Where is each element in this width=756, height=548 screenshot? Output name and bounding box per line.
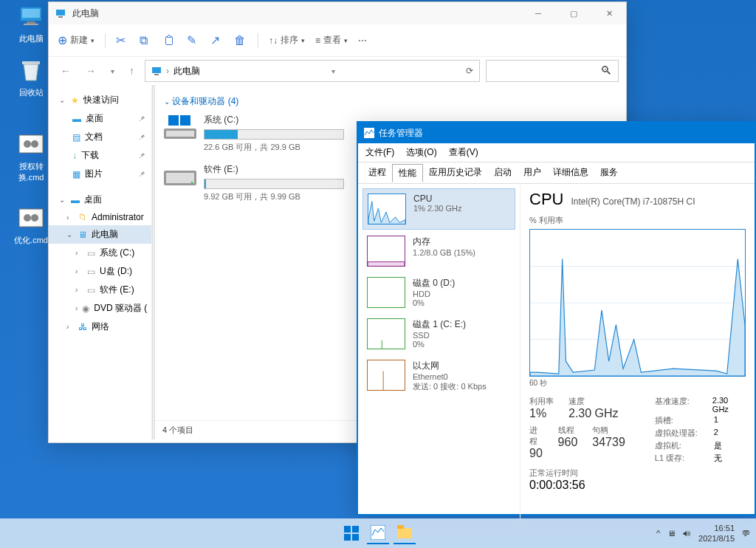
minimize-button[interactable]: ─ bbox=[527, 9, 549, 18]
system-tray: ^ 🖥︎ 🔊︎ 16:512021/8/15 💬︎ bbox=[656, 523, 750, 544]
more-button[interactable]: ⋯ bbox=[358, 35, 367, 46]
nav-up[interactable]: ↑ bbox=[125, 62, 139, 80]
share-icon[interactable]: ↗ bbox=[210, 33, 224, 47]
perf-card-disk0[interactable]: 磁盘 0 (D:)HDD0% bbox=[362, 273, 515, 312]
tab-startup[interactable]: 启动 bbox=[488, 164, 518, 182]
taskbar: ^ 🖥︎ 🔊︎ 16:512021/8/15 💬︎ bbox=[0, 518, 756, 548]
nav-fwd[interactable]: → bbox=[81, 62, 100, 80]
svg-point-21 bbox=[191, 182, 193, 184]
svg-rect-28 bbox=[344, 526, 351, 532]
tray-clock[interactable]: 16:512021/8/15 bbox=[698, 523, 735, 544]
cut-icon[interactable]: ✂ bbox=[116, 33, 129, 47]
sidebar-pictures[interactable]: ▦图片📌︎ bbox=[49, 165, 151, 183]
tray-up-icon[interactable]: ^ bbox=[656, 529, 660, 538]
rename-icon[interactable]: ✎ bbox=[187, 33, 200, 47]
sidebar-softdrive[interactable]: ›▭软件 (E:) bbox=[49, 281, 151, 299]
cpu-chart bbox=[529, 229, 746, 377]
refresh-icon[interactable]: ⟳ bbox=[466, 66, 473, 76]
taskbar-explorer[interactable] bbox=[394, 522, 416, 544]
svg-rect-4 bbox=[22, 61, 40, 64]
sidebar-admin[interactable]: ›📁︎Administrator bbox=[49, 209, 151, 225]
tab-processes[interactable]: 进程 bbox=[362, 164, 392, 182]
svg-point-10 bbox=[31, 214, 38, 222]
copy-icon[interactable]: ⧉ bbox=[140, 34, 153, 47]
tab-performance[interactable]: 性能 bbox=[392, 164, 423, 182]
search-input[interactable]: 🔍︎ bbox=[486, 60, 619, 82]
paste-icon[interactable]: 📋︎ bbox=[163, 34, 176, 47]
sidebar-dvd[interactable]: ›◉DVD 驱动器 ( bbox=[49, 299, 151, 318]
tab-history[interactable]: 应用历史记录 bbox=[423, 164, 488, 182]
start-button[interactable] bbox=[340, 522, 362, 544]
taskmgr-tabs: 进程 性能 应用历史记录 启动 用户 详细信息 服务 bbox=[358, 162, 755, 184]
tray-volume-icon[interactable]: 🔊︎ bbox=[683, 529, 691, 538]
svg-rect-2 bbox=[27, 21, 35, 24]
maximize-button[interactable]: ▢ bbox=[563, 9, 585, 18]
svg-rect-14 bbox=[154, 74, 159, 75]
explorer-titlebar[interactable]: 此电脑 ─ ▢ ✕ bbox=[49, 2, 626, 24]
svg-point-6 bbox=[24, 140, 31, 148]
taskmgr-menu: 文件(F) 选项(O) 查看(V) bbox=[358, 143, 755, 162]
taskmgr-window: 任务管理器 文件(F) 选项(O) 查看(V) 进程 性能 应用历史记录 启动 … bbox=[357, 121, 756, 516]
tray-notif-icon[interactable]: 💬︎ bbox=[742, 529, 750, 538]
sidebar-desktop2[interactable]: ⌄▬桌面 bbox=[49, 191, 151, 209]
taskmgr-sidebar: CPU1% 2.30 GHz 内存1.2/8.0 GB (15%) 磁盘 0 (… bbox=[358, 184, 520, 524]
taskbar-taskmgr[interactable] bbox=[367, 522, 389, 544]
sidebar-downloads[interactable]: ↓下载📌︎ bbox=[49, 146, 151, 165]
svg-rect-3 bbox=[24, 24, 38, 25]
search-icon: 🔍︎ bbox=[600, 64, 612, 78]
svg-rect-31 bbox=[352, 534, 359, 541]
perf-card-mem[interactable]: 内存1.2/8.0 GB (15%) bbox=[362, 231, 515, 271]
taskmgr-titlebar[interactable]: 任务管理器 bbox=[358, 123, 755, 143]
perf-card-cpu[interactable]: CPU1% 2.30 GHz bbox=[362, 188, 515, 230]
close-button[interactable]: ✕ bbox=[598, 9, 620, 18]
sidebar-docs[interactable]: ▤文档📌︎ bbox=[49, 128, 151, 146]
svg-rect-1 bbox=[22, 9, 40, 18]
svg-rect-33 bbox=[397, 528, 412, 538]
svg-rect-16 bbox=[166, 131, 194, 137]
svg-rect-11 bbox=[56, 10, 65, 16]
sidebar-sysdrive[interactable]: ›▭系统 (C:) bbox=[49, 244, 151, 262]
taskmgr-main: CPU Intel(R) Core(TM) i7-10875H CI % 利用率… bbox=[520, 184, 755, 524]
svg-rect-34 bbox=[397, 525, 404, 529]
svg-point-7 bbox=[31, 140, 38, 148]
tab-users[interactable]: 用户 bbox=[518, 164, 547, 182]
tab-services[interactable]: 服务 bbox=[594, 164, 624, 182]
svg-rect-17 bbox=[168, 115, 179, 126]
new-button[interactable]: ⊕新建▾ bbox=[58, 33, 94, 47]
nav-history-icon[interactable]: ▾ bbox=[106, 64, 119, 78]
thispc-icon bbox=[151, 66, 162, 76]
svg-rect-13 bbox=[152, 67, 161, 73]
perf-card-disk1[interactable]: 磁盘 1 (C: E:)SSD0% bbox=[362, 314, 515, 354]
svg-rect-22 bbox=[364, 128, 374, 138]
sidebar-desktop[interactable]: ▬桌面📌︎ bbox=[49, 109, 151, 128]
sidebar-network[interactable]: ›🖧︎网络 bbox=[49, 318, 151, 336]
svg-point-9 bbox=[24, 214, 31, 222]
svg-rect-30 bbox=[344, 534, 351, 541]
sidebar-quick[interactable]: ⌄★快速访问 bbox=[49, 91, 151, 109]
thispc-icon bbox=[55, 7, 66, 19]
delete-icon[interactable]: 🗑︎ bbox=[234, 34, 247, 47]
menu-file[interactable]: 文件(F) bbox=[365, 146, 394, 159]
svg-rect-18 bbox=[180, 115, 190, 126]
menu-view[interactable]: 查看(V) bbox=[449, 146, 478, 159]
tab-details[interactable]: 详细信息 bbox=[547, 164, 594, 182]
sort-button[interactable]: ↑↓ 排序 ▾ bbox=[269, 34, 305, 47]
svg-rect-29 bbox=[352, 526, 359, 532]
view-button[interactable]: ≡ 查看 ▾ bbox=[315, 34, 348, 47]
explorer-sidebar: ⌄★快速访问 ▬桌面📌︎ ▤文档📌︎ ↓下载📌︎ ▦图片📌︎ ⌄▬桌面 ›📁︎A… bbox=[49, 85, 152, 439]
tray-network-icon[interactable]: 🖥︎ bbox=[667, 529, 676, 538]
svg-rect-12 bbox=[58, 16, 63, 18]
nav-back[interactable]: ← bbox=[56, 62, 75, 80]
menu-options[interactable]: 选项(O) bbox=[406, 146, 436, 159]
svg-rect-20 bbox=[166, 173, 194, 183]
sidebar-thispc[interactable]: ⌄🖥︎此电脑 bbox=[49, 225, 151, 244]
address-bar[interactable]: › 此电脑 ▾ ⟳ bbox=[145, 60, 480, 82]
taskmgr-icon bbox=[364, 128, 374, 138]
explorer-toolbar: ⊕新建▾ ✂ ⧉ 📋︎ ✎ ↗ 🗑︎ ↑↓ 排序 ▾ ≡ 查看 ▾ ⋯ bbox=[49, 24, 626, 57]
perf-card-eth[interactable]: 以太网Ethernet0发送: 0 接收: 0 Kbps bbox=[362, 355, 515, 397]
sidebar-udrive[interactable]: ›▭U盘 (D:) bbox=[49, 262, 151, 281]
